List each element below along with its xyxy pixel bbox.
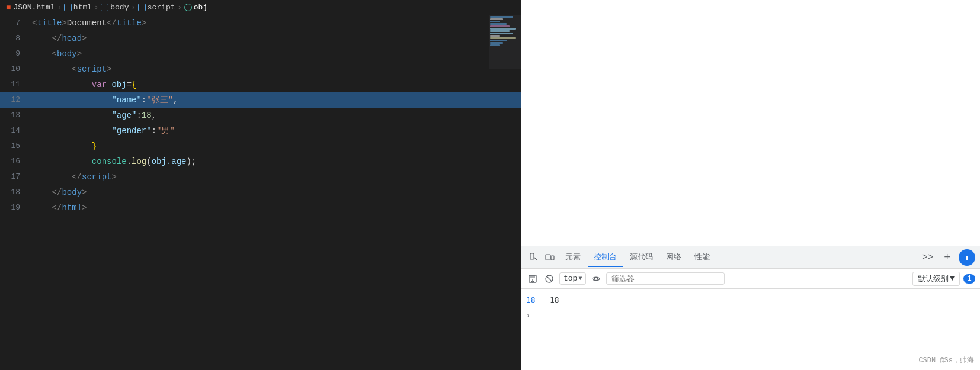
add-tab-button[interactable]: +: [939, 249, 955, 266]
line-num-17: 17: [0, 169, 30, 185]
code-line-19: 19 </html>: [0, 200, 521, 215]
code-area[interactable]: 7 <title>Document</title> 8 </head> 9 <b…: [0, 15, 521, 215]
line-content-9: <body>: [30, 46, 521, 62]
console-output: 18 18 ›: [521, 289, 980, 370]
devices-icon[interactable]: [543, 250, 557, 265]
tab-sources[interactable]: 源代码: [624, 248, 659, 267]
code-line-18: 18 </body>: [0, 185, 521, 200]
message-count-badge: 1: [963, 274, 975, 284]
html-icon: [64, 4, 72, 11]
devtools-tab-bar: 元素 控制台 源代码 网络 性能 >> +: [521, 246, 980, 269]
code-line-15: 15 }: [0, 139, 521, 154]
breadcrumb-html: html: [64, 3, 92, 12]
obj-icon: [184, 4, 192, 11]
devtools-toolbar: top ▼ 默认级别 ▼ 1: [521, 269, 980, 289]
browser-page: [521, 0, 980, 246]
svg-rect-3: [551, 256, 554, 260]
code-container: 7 <title>Document</title> 8 </head> 9 <b…: [0, 15, 521, 370]
code-line-7: 7 <title>Document</title>: [0, 15, 521, 31]
line-num-8: 8: [0, 31, 30, 46]
line-num-14: 14: [0, 123, 30, 139]
breadcrumb-sep-1: ›: [57, 4, 62, 12]
line-content-17: </script>: [30, 169, 521, 185]
top-context-selector[interactable]: top ▼: [559, 272, 586, 285]
watermark: CSDN @Ss，帅海: [918, 355, 974, 365]
devtools-panel: 元素 控制台 源代码 网络 性能 >> +: [521, 246, 980, 370]
line-content-8: </head>: [30, 31, 521, 46]
breadcrumb-obj: obj: [184, 3, 207, 12]
tab-performance[interactable]: 性能: [688, 248, 716, 267]
svg-line-11: [547, 276, 552, 281]
code-line-14: 14 "gender":"男": [0, 123, 521, 139]
feedback-button[interactable]: [959, 249, 975, 266]
eye-icon[interactable]: [590, 272, 603, 285]
tab-network[interactable]: 网络: [660, 248, 687, 267]
svg-rect-5: [966, 256, 968, 259]
top-dropdown-arrow: ▼: [578, 275, 582, 282]
line-content-16: console.log(obj.age);: [30, 154, 521, 169]
log-level-selector[interactable]: 默认级别 ▼: [912, 272, 960, 286]
svg-point-12: [595, 277, 598, 280]
breadcrumb-script: script: [138, 3, 175, 12]
line-content-18: </body>: [30, 185, 521, 200]
svg-rect-0: [530, 253, 534, 259]
line-num-16: 16: [0, 154, 30, 169]
line-content-19: </html>: [30, 200, 521, 215]
inspect-icon[interactable]: [526, 250, 540, 265]
line-num-13: 13: [0, 108, 30, 123]
line-num-10: 10: [0, 62, 30, 77]
level-dropdown-arrow: ▼: [950, 274, 955, 283]
line-num-7: 7: [0, 15, 30, 31]
code-line-8: 8 </head>: [0, 31, 521, 46]
browser-panel: 元素 控制台 源代码 网络 性能 >> +: [521, 0, 980, 370]
breadcrumb-sep-2: ›: [94, 4, 98, 12]
line-content-13: "age":18,: [30, 108, 521, 123]
line-content-10: <script>: [30, 62, 521, 77]
level-label: 默认级别: [918, 274, 949, 284]
code-line-17: 17 </script>: [0, 169, 521, 185]
line-num-11: 11: [0, 77, 30, 92]
line-num-12: 12: [0, 92, 30, 108]
line-num-15: 15: [0, 139, 30, 154]
breadcrumb-sep-4: ›: [177, 4, 181, 12]
console-output-line: 18 18: [521, 292, 980, 308]
code-line-11: 11 var obj={: [0, 77, 521, 92]
svg-rect-8: [530, 275, 535, 278]
svg-rect-6: [966, 259, 968, 260]
svg-rect-2: [546, 255, 550, 260]
editor-panel: ■ JSON.html › html › body › script › obj: [0, 0, 521, 370]
tab-elements[interactable]: 元素: [559, 248, 587, 267]
body-icon: [101, 4, 108, 11]
line-content-15: }: [30, 139, 521, 154]
html5-icon: ■: [6, 3, 11, 12]
line-content-14: "gender":"男": [30, 123, 521, 139]
console-expand-arrow[interactable]: ›: [526, 309, 530, 322]
breadcrumb-body: body: [101, 3, 129, 12]
code-line-12: 12 "name":"张三",: [0, 92, 521, 108]
line-num-19: 19: [0, 200, 30, 215]
top-label: top: [563, 274, 577, 283]
breadcrumb: ■ JSON.html › html › body › script › obj: [0, 0, 521, 15]
tab-console[interactable]: 控制台: [588, 248, 623, 267]
more-tabs-button[interactable]: >>: [917, 250, 938, 265]
console-output-value: 18: [550, 294, 559, 307]
code-line-16: 16 console.log(obj.age);: [0, 154, 521, 169]
line-content-11: var obj={: [30, 77, 521, 92]
code-line-13: 13 "age":18,: [0, 108, 521, 123]
breadcrumb-filename: JSON.html: [13, 3, 55, 12]
console-line-number: 18: [526, 294, 550, 307]
code-line-9: 9 <body>: [0, 46, 521, 62]
filter-input[interactable]: [606, 272, 725, 285]
code-line-10: 10 <script>: [0, 62, 521, 77]
console-arrow-line: ›: [521, 308, 980, 323]
line-content-12: "name":"张三",: [30, 92, 521, 108]
line-num-9: 9: [0, 46, 30, 62]
line-content-7: <title>Document</title>: [30, 15, 521, 31]
script-box-icon: [138, 4, 146, 11]
clear-console-icon[interactable]: [543, 272, 556, 285]
svg-line-1: [534, 258, 537, 260]
line-num-18: 18: [0, 185, 30, 200]
save-log-icon[interactable]: [526, 272, 539, 285]
breadcrumb-sep-3: ›: [131, 4, 135, 12]
editor-minimap: [489, 15, 521, 69]
